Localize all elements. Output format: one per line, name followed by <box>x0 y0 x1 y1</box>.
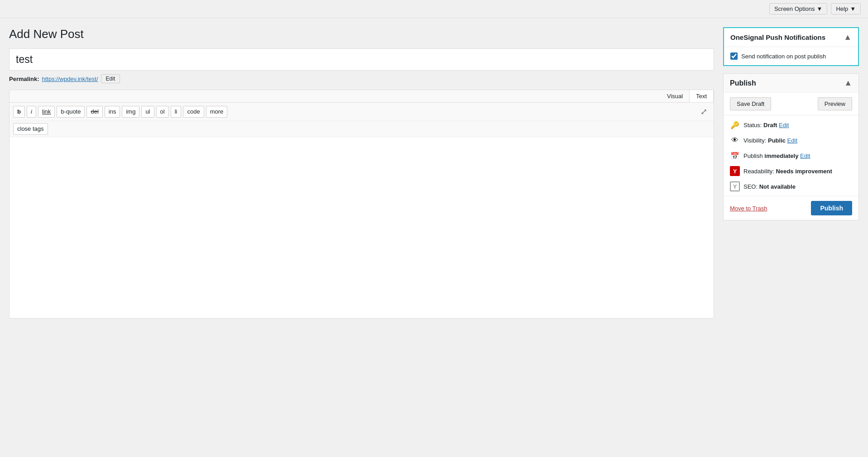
visibility-label: Visibility: <box>743 137 766 144</box>
chevron-down-icon: ▼ <box>817 5 823 12</box>
seo-label: SEO: <box>743 183 758 190</box>
publish-collapse-icon[interactable]: ▲ <box>844 78 852 88</box>
visibility-text: Visibility: Public Edit <box>743 137 797 144</box>
right-column: OneSignal Push Notifications ▲ Send noti… <box>723 27 859 448</box>
permalink-url[interactable]: https://wpdev.ink/test/ <box>42 76 98 82</box>
editor-tabs: Visual Text <box>10 90 714 103</box>
publish-button[interactable]: Publish <box>811 201 852 215</box>
permalink-edit-button[interactable]: Edit <box>101 74 120 83</box>
readability-row: Y Readability: Needs improvement <box>730 166 852 176</box>
toolbar-bquote[interactable]: b-quote <box>57 106 85 118</box>
publish-box: Publish ▲ Save Draft Preview 🔑 Status: D… <box>723 73 859 220</box>
visibility-edit-link[interactable]: Edit <box>787 137 797 144</box>
status-row: 🔑 Status: Draft Edit <box>730 120 852 130</box>
calendar-icon: 📅 <box>730 151 740 161</box>
toolbar-ol[interactable]: ol <box>156 106 169 118</box>
publish-time-value: immediately <box>764 152 798 159</box>
status-edit-link[interactable]: Edit <box>779 122 789 129</box>
tab-visual[interactable]: Visual <box>661 90 689 102</box>
readability-value: Needs improvement <box>776 168 832 175</box>
editor-toolbar-row2: close tags <box>10 121 714 137</box>
top-bar: Screen Options ▼ Help ▼ <box>0 0 868 18</box>
publish-time-label: Publish <box>743 152 763 159</box>
fullscreen-icon[interactable]: ⤢ <box>697 105 710 118</box>
onesignal-collapse-icon[interactable]: ▲ <box>844 33 852 42</box>
screen-options-label: Screen Options <box>774 5 815 12</box>
send-notification-label: Send notification on post publish <box>741 53 826 60</box>
seo-text: SEO: Not available <box>743 183 796 190</box>
onesignal-box: OneSignal Push Notifications ▲ Send noti… <box>723 27 859 66</box>
main-container: Add New Post test Permalink: https://wpd… <box>0 18 868 457</box>
status-text: Status: Draft Edit <box>743 122 789 129</box>
editor-body[interactable] <box>10 137 714 318</box>
toolbar-code[interactable]: code <box>183 106 204 118</box>
screen-options-button[interactable]: Screen Options ▼ <box>769 3 827 14</box>
toolbar-italic[interactable]: i <box>27 106 36 118</box>
publish-header: Publish ▲ <box>724 74 858 93</box>
publish-time-text: Publish immediately Edit <box>743 152 810 159</box>
post-title-input[interactable]: test <box>9 48 714 71</box>
preview-button[interactable]: Preview <box>818 97 852 110</box>
page-title: Add New Post <box>9 27 714 41</box>
seo-row: Y SEO: Not available <box>730 181 852 191</box>
seo-icon: Y <box>730 181 740 191</box>
chevron-down-icon: ▼ <box>850 5 856 12</box>
left-column: Add New Post test Permalink: https://wpd… <box>9 27 714 448</box>
toolbar-more[interactable]: more <box>206 106 228 118</box>
publish-footer: Move to Trash Publish <box>724 196 858 220</box>
status-label: Status: <box>743 122 762 129</box>
onesignal-title: OneSignal Push Notifications <box>730 33 825 41</box>
toolbar-li[interactable]: li <box>171 106 182 118</box>
publish-actions: Save Draft Preview <box>724 93 858 115</box>
permalink-row: Permalink: https://wpdev.ink/test/ Edit <box>9 74 714 83</box>
visibility-value: Public <box>768 137 786 144</box>
permalink-label: Permalink: <box>9 76 39 82</box>
toolbar-ins[interactable]: ins <box>105 106 120 118</box>
eye-icon: 👁 <box>730 135 740 145</box>
publish-time-row: 📅 Publish immediately Edit <box>730 151 852 161</box>
toolbar-bold[interactable]: b <box>13 106 25 118</box>
send-notification-checkbox[interactable] <box>730 52 738 60</box>
seo-value: Not available <box>759 183 796 190</box>
toolbar-ul[interactable]: ul <box>141 106 154 118</box>
readability-icon: Y <box>730 166 740 176</box>
status-value: Draft <box>763 122 777 129</box>
editor-container: Visual Text b i link b-quote del ins img… <box>9 90 714 319</box>
editor-toolbar: b i link b-quote del ins img ul ol li co… <box>10 103 714 121</box>
publish-time-edit-link[interactable]: Edit <box>800 152 810 159</box>
onesignal-header: OneSignal Push Notifications ▲ <box>724 28 858 47</box>
readability-text: Readability: Needs improvement <box>743 168 832 175</box>
move-to-trash-link[interactable]: Move to Trash <box>730 205 767 212</box>
onesignal-body: Send notification on post publish <box>724 47 858 65</box>
readability-label: Readability: <box>743 168 774 175</box>
publish-meta: 🔑 Status: Draft Edit 👁 Visibility: Publi… <box>724 115 858 196</box>
tab-text[interactable]: Text <box>689 90 714 102</box>
toolbar-close-tags[interactable]: close tags <box>13 123 48 135</box>
toolbar-img[interactable]: img <box>122 106 139 118</box>
publish-box-title: Publish <box>730 79 756 87</box>
help-button[interactable]: Help ▼ <box>831 3 861 14</box>
toolbar-del[interactable]: del <box>86 106 102 118</box>
help-label: Help <box>836 5 848 12</box>
key-icon: 🔑 <box>730 120 740 130</box>
toolbar-link[interactable]: link <box>38 106 55 118</box>
save-draft-button[interactable]: Save Draft <box>730 97 771 110</box>
visibility-row: 👁 Visibility: Public Edit <box>730 135 852 145</box>
